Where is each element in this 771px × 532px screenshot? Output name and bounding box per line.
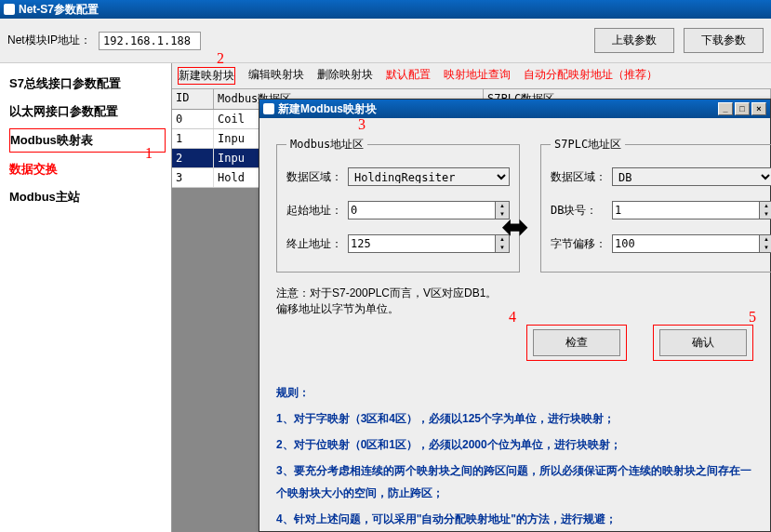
rule-1: 1、对于字映射（3区和4区），必须以125个字为单位，进行块映射；: [276, 407, 753, 430]
check-button[interactable]: 检查: [533, 329, 620, 356]
tb-default-config[interactable]: 默认配置: [386, 67, 431, 85]
toolbar: 新建映射块 编辑映射块 删除映射块 默认配置 映射地址查询 自动分配映射地址（推…: [172, 63, 771, 89]
s7-offset-input[interactable]: [612, 234, 760, 253]
minimize-icon[interactable]: _: [718, 102, 733, 115]
sidebar-item-ethernet[interactable]: 以太网接口参数配置: [9, 100, 166, 123]
dialog-title-bar[interactable]: 新建Modbus映射块 _ □ ×: [259, 100, 770, 118]
annotation-3: 3: [358, 116, 366, 133]
s7-fieldset: S7PLC地址区 数据区域： DB DB块号： ▲▼ 字节偏移： ▲▼: [540, 137, 771, 273]
tb-new-map[interactable]: 新建映射块: [178, 67, 235, 85]
rules-title: 规则：: [276, 381, 753, 404]
download-button[interactable]: 下载参数: [684, 28, 764, 53]
rule-3: 3、要充分考虑相连续的两个映射块之间的跨区问题，所以必须保证两个连续的映射块之间…: [276, 459, 753, 504]
s7-db-label: DB块号：: [551, 203, 612, 219]
tb-edit-map[interactable]: 编辑映射块: [248, 67, 304, 85]
s7-area-select[interactable]: DB: [612, 167, 771, 186]
rules-section: 规则： 1、对于字映射（3区和4区），必须以125个字为单位，进行块映射； 2、…: [276, 381, 753, 530]
annotation-1: 1: [145, 145, 153, 162]
modbus-area-label: 数据区域：: [286, 169, 348, 185]
tb-query-addr[interactable]: 映射地址查询: [444, 67, 511, 85]
dialog-title: 新建Modbus映射块: [278, 101, 377, 117]
modbus-legend: Modbus地址区: [286, 137, 367, 153]
tb-delete-map[interactable]: 删除映射块: [317, 67, 373, 85]
annotation-4: 4: [509, 309, 516, 326]
rule-4: 4、针对上述问题，可以采用"自动分配映射地址"的方法，进行规避；: [276, 508, 753, 530]
modbus-fieldset: Modbus地址区 数据区域： HoldingRegsiter 起始地址： ▲▼…: [276, 137, 520, 273]
close-icon[interactable]: ×: [751, 102, 766, 115]
sidebar-item-modbus-master[interactable]: Modbus主站: [9, 186, 166, 208]
s7-legend: S7PLC地址区: [551, 137, 625, 153]
top-panel: Net模块IP地址： 上载参数 下载参数: [0, 19, 771, 63]
window-title: Net-S7参数配置: [19, 2, 99, 18]
s7-db-input[interactable]: [612, 201, 760, 219]
tb-auto-assign[interactable]: 自动分配映射地址（推荐）: [524, 67, 658, 85]
spinner[interactable]: ▲▼: [760, 234, 771, 253]
maximize-icon[interactable]: □: [735, 102, 750, 115]
modbus-start-input[interactable]: [348, 201, 496, 219]
sidebar-item-modbus-map[interactable]: Modbus映射表: [9, 128, 166, 153]
ip-input[interactable]: [99, 32, 201, 50]
th-id: ID: [172, 89, 214, 109]
gear-icon: [4, 4, 15, 15]
annotation-5: 5: [749, 309, 756, 326]
sidebar-item-s7bus[interactable]: S7总线接口参数配置: [9, 73, 166, 95]
modbus-end-input[interactable]: [348, 234, 496, 253]
ip-label: Net模块IP地址：: [7, 33, 91, 48]
ok-button[interactable]: 确认: [659, 329, 747, 356]
main-title-bar: Net-S7参数配置: [0, 0, 771, 19]
s7-area-label: 数据区域：: [551, 169, 612, 185]
annotation-2: 2: [217, 50, 224, 67]
sidebar: S7总线接口参数配置 以太网接口参数配置 Modbus映射表 数据交换 Modb…: [0, 63, 172, 532]
gear-icon: [263, 103, 274, 114]
modbus-start-label: 起始地址：: [286, 203, 348, 219]
rule-2: 2、对于位映射（0区和1区），必须以2000个位为单位，进行块映射；: [276, 433, 753, 456]
arrow-both-icon: ⬌: [501, 207, 529, 246]
upload-button[interactable]: 上载参数: [594, 28, 674, 53]
modbus-end-label: 终止地址：: [286, 236, 348, 252]
modbus-area-select[interactable]: HoldingRegsiter: [348, 167, 510, 186]
spinner[interactable]: ▲▼: [760, 201, 771, 219]
s7-offset-label: 字节偏移：: [551, 236, 612, 252]
new-map-dialog: 新建Modbus映射块 _ □ × 3 Modbus地址区 数据区域： Hold…: [259, 99, 771, 532]
sidebar-item-data-exchange[interactable]: 数据交换: [9, 158, 166, 180]
